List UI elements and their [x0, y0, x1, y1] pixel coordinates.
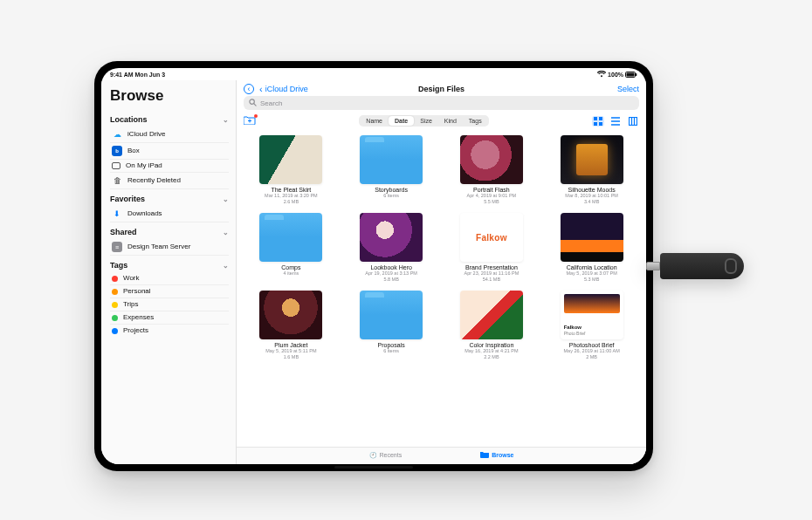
sidebar-item-label: On My iPad: [126, 162, 162, 169]
svg-rect-10: [599, 122, 602, 126]
chevron-down-icon: ⌄: [223, 262, 229, 270]
section-label: Tags: [110, 261, 127, 270]
tag-dot-icon: [112, 315, 118, 321]
notification-dot-icon: [254, 114, 258, 118]
sidebar-item-icloud[interactable]: ☁︎ iCloud Drive: [110, 127, 229, 143]
sidebar-item-label: Work: [123, 275, 140, 282]
section-locations[interactable]: Locations ⌄: [110, 115, 229, 124]
sidebar-item-box[interactable]: b Box: [110, 143, 229, 160]
sidebar-title: Browse: [110, 87, 229, 105]
sidebar-item-downloads[interactable]: ⬇︎ Downloads: [110, 206, 229, 222]
sidebar-item-onmyipad[interactable]: On My iPad: [110, 160, 229, 173]
folder-icon: [259, 213, 322, 262]
sidebar-tag-expenses[interactable]: Expenses: [110, 311, 229, 325]
file-meta: Apr 19, 2019 at 3:13 PM 5.8 MB: [365, 270, 417, 282]
file-item[interactable]: Plum JacketMay 5, 2019 at 5:11 PM 1.6 MB: [249, 291, 334, 359]
file-item[interactable]: Proposals6 items: [349, 291, 434, 359]
file-meta: Mar 11, 2019 at 3:20 PM 2.6 MB: [265, 193, 318, 204]
section-shared[interactable]: Shared ⌄: [110, 228, 229, 236]
back-button[interactable]: ‹ iCloud Drive: [259, 84, 308, 94]
file-meta: May 16, 2019 at 4:21 PM 2.2 MB: [464, 348, 518, 359]
select-button[interactable]: Select: [617, 85, 639, 93]
file-thumbnail: [561, 135, 623, 184]
folder-icon: [360, 291, 423, 339]
sort-filters[interactable]: NameDateSizeKindTags: [359, 115, 488, 127]
file-item[interactable]: Comps4 items: [249, 213, 334, 282]
box-icon: b: [112, 146, 122, 156]
sidebar-item-server[interactable]: ≡ Design Team Server: [110, 239, 229, 256]
filter-kind[interactable]: Kind: [438, 116, 463, 126]
sidebar-item-label: iCloud Drive: [127, 131, 166, 138]
ipad-icon: [112, 162, 120, 169]
file-name: California Location: [567, 264, 617, 270]
sidebar-tag-personal[interactable]: Personal: [110, 285, 229, 298]
section-label: Shared: [110, 228, 137, 236]
file-meta: 6 items: [383, 348, 399, 354]
screen: 9:41 AM Mon Jun 3 100% Browse Loca: [101, 68, 646, 464]
section-tags[interactable]: Tags ⌄: [110, 261, 229, 270]
file-item[interactable]: Portrait FlashApr 4, 2019 at 9:01 PM 5.5…: [450, 135, 534, 204]
usb-body: [660, 253, 744, 279]
file-name: Silhouette Moods: [568, 187, 616, 193]
sidebar-item-label: Trips: [123, 301, 138, 308]
file-meta: Mar 8, 2019 at 10:01 PM 3.4 MB: [565, 193, 618, 204]
file-name: Proposals: [378, 342, 405, 348]
svg-rect-2: [636, 73, 637, 76]
file-name: Color Inspiration: [469, 342, 513, 348]
view-modes: [592, 116, 639, 127]
file-meta: 4 items: [284, 270, 299, 277]
file-item[interactable]: FalkowBrand PresentationApr 23, 2019 at …: [450, 213, 534, 282]
search-input[interactable]: Search: [244, 96, 639, 110]
trash-icon: 🗑: [112, 175, 122, 186]
tab-browse[interactable]: Browse: [480, 451, 513, 459]
bottom-bar: 🕘 Recents Browse: [237, 447, 646, 464]
file-item[interactable]: Silhouette MoodsMar 8, 2019 at 10:01 PM …: [549, 135, 634, 204]
tag-dot-icon: [112, 289, 118, 295]
sidebar-tag-trips[interactable]: Trips: [110, 298, 229, 311]
tab-recents[interactable]: 🕘 Recents: [369, 451, 403, 459]
sidebar-item-recentlydeleted[interactable]: 🗑 Recently Deleted: [110, 173, 229, 189]
download-icon: ⬇︎: [112, 209, 122, 219]
new-folder-button[interactable]: [244, 115, 256, 127]
file-item[interactable]: FalkowPhoto BriefPhotoshoot BriefMay 26,…: [549, 291, 634, 359]
filter-tags[interactable]: Tags: [463, 116, 488, 126]
file-name: Lookbook Hero: [370, 264, 411, 270]
view-column-icon[interactable]: [627, 116, 639, 127]
file-grid: The Pleat SkirtMar 11, 2019 at 3:20 PM 2…: [237, 132, 646, 447]
file-meta: May 5, 2019 at 3:07 PM 5.3 MB: [566, 270, 616, 282]
svg-rect-9: [594, 122, 597, 126]
status-bar: 9:41 AM Mon Jun 3 100%: [101, 68, 646, 80]
sidebar-item-label: Design Team Server: [127, 243, 190, 250]
sidebar-toggle-icon[interactable]: ‹: [244, 84, 254, 94]
svg-rect-7: [594, 117, 597, 120]
battery-label: 100%: [608, 72, 623, 78]
filter-name[interactable]: Name: [360, 116, 389, 126]
file-item[interactable]: California LocationMay 5, 2019 at 3:07 P…: [549, 213, 634, 282]
section-label: Locations: [110, 115, 148, 124]
file-item[interactable]: Lookbook HeroApr 19, 2019 at 3:13 PM 5.8…: [349, 213, 434, 282]
chevron-down-icon: ⌄: [223, 229, 229, 236]
toolbar: NameDateSizeKindTags: [237, 113, 646, 132]
view-icon-grid[interactable]: [592, 116, 604, 127]
filter-size[interactable]: Size: [414, 116, 438, 126]
sidebar-item-label: Downloads: [127, 210, 162, 217]
folder-icon: [360, 135, 423, 184]
topbar: ‹ ‹ iCloud Drive Design Files Select: [237, 80, 646, 96]
tab-label: Recents: [380, 452, 403, 458]
file-item[interactable]: The Pleat SkirtMar 11, 2019 at 3:20 PM 2…: [249, 135, 334, 204]
file-name: Storyboards: [375, 187, 408, 193]
tab-label: Browse: [492, 452, 513, 458]
svg-rect-14: [630, 117, 637, 125]
view-list-icon[interactable]: [609, 116, 622, 127]
server-icon: ≡: [112, 242, 122, 252]
file-item[interactable]: Storyboards6 items: [349, 135, 434, 204]
file-item[interactable]: Color InspirationMay 16, 2019 at 4:21 PM…: [450, 291, 534, 359]
filter-date[interactable]: Date: [389, 116, 414, 126]
clock-icon: 🕘: [369, 452, 377, 459]
sidebar-tag-projects[interactable]: Projects: [110, 325, 229, 337]
section-favorites[interactable]: Favorites ⌄: [110, 195, 229, 203]
wifi-icon: [597, 71, 606, 78]
sidebar-tag-work[interactable]: Work: [110, 272, 229, 285]
tag-dot-icon: [112, 276, 118, 282]
sidebar-item-label: Expenses: [123, 314, 154, 321]
